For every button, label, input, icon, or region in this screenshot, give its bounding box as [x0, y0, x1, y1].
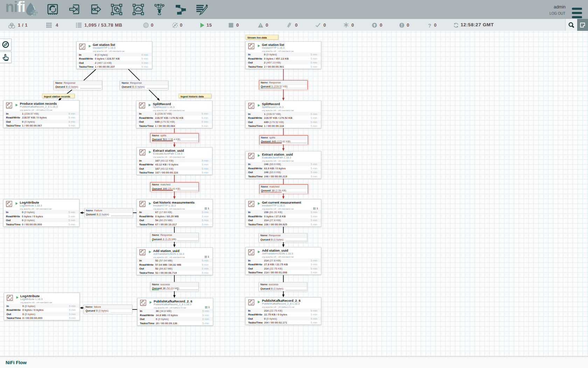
- svg-text:?: ?: [428, 22, 431, 28]
